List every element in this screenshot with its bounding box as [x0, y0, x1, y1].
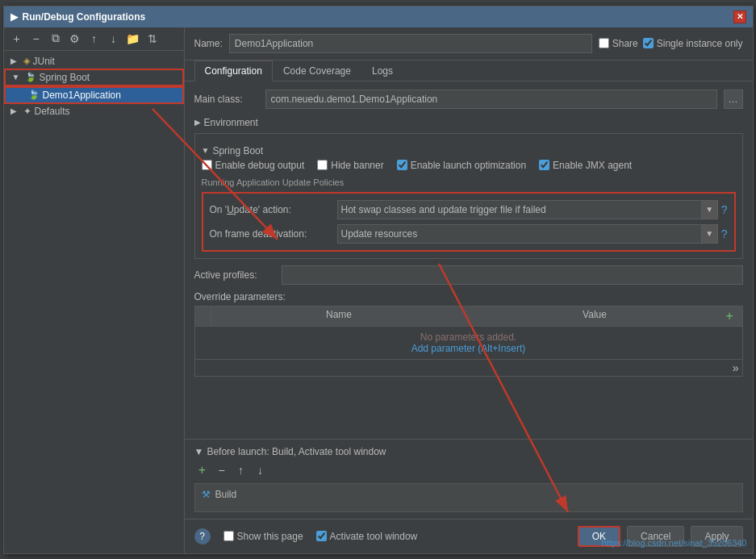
- build-item: ⚒ Build: [202, 487, 736, 502]
- tree-item-junit[interactable]: ▶ ◈ JUnit: [4, 54, 184, 69]
- frame-deactivation-help-icon[interactable]: ?: [721, 227, 728, 240]
- environment-section: ▶ Environment: [194, 115, 743, 130]
- policies-box: On 'Update' action: Hot swap classes and…: [202, 192, 736, 252]
- right-panel: Name: Share Single instance only: [185, 27, 753, 553]
- add-config-button[interactable]: +: [9, 31, 25, 47]
- before-launch-remove-button[interactable]: −: [214, 462, 230, 478]
- sort-button[interactable]: ⇅: [144, 31, 161, 47]
- show-page-checkbox[interactable]: [223, 531, 234, 541]
- single-instance-checkbox-row: Single instance only: [643, 38, 743, 49]
- name-input[interactable]: [229, 34, 592, 53]
- profiles-input[interactable]: [282, 265, 743, 285]
- spring-options-row: Enable debug output Hide banner Enable l…: [202, 160, 736, 171]
- name-row: Name: Share Single instance only: [185, 27, 753, 60]
- show-page-label: Show this page: [237, 531, 303, 542]
- before-launch-list: ⚒ Build: [194, 483, 743, 512]
- hide-banner-label: Hide banner: [331, 160, 383, 171]
- launch-opt-checkbox[interactable]: [397, 160, 407, 170]
- frame-deactivation-row: On frame deactivation: Update resources …: [210, 224, 728, 244]
- environment-header[interactable]: ▶ Environment: [194, 115, 743, 130]
- jmx-agent-label: Enable JMX agent: [553, 160, 632, 171]
- build-icon: ⚒: [202, 489, 211, 500]
- activate-window-label: Activate tool window: [330, 531, 418, 542]
- left-toolbar: + − ⧉ ⚙ ↑ ↓ 📁 ⇅: [4, 27, 184, 51]
- params-footer: »: [195, 359, 742, 376]
- update-action-select-wrap: Hot swap classes and update trigger file…: [337, 200, 728, 219]
- before-launch-toolbar: + − ↑ ↓: [194, 462, 743, 478]
- tree-item-defaults[interactable]: ▶ ✦ Defaults: [4, 104, 184, 119]
- before-launch-down-button[interactable]: ↓: [253, 462, 269, 478]
- update-action-help-icon[interactable]: ?: [721, 203, 728, 216]
- left-panel: + − ⧉ ⚙ ↑ ↓ 📁 ⇅ ▶ ◈ JUnit ▼: [4, 27, 185, 553]
- move-up-button[interactable]: ↑: [86, 31, 102, 47]
- close-button[interactable]: ✕: [733, 10, 746, 23]
- frame-deactivation-dropdown-arrow[interactable]: ▼: [701, 225, 717, 243]
- params-header: Name Value +: [195, 307, 742, 327]
- profiles-row: Active profiles:: [194, 265, 743, 285]
- params-expand-icon[interactable]: »: [733, 361, 739, 374]
- override-section: Override parameters: Name Value +: [194, 291, 743, 377]
- launch-opt-label: Enable launch optimization: [411, 160, 526, 171]
- dialog-title: Run/Debug Configurations: [23, 11, 146, 23]
- name-label: Name:: [194, 38, 223, 49]
- frame-deactivation-select[interactable]: Update resources: [338, 228, 701, 240]
- single-instance-label: Single instance only: [657, 38, 743, 49]
- single-instance-checkbox[interactable]: [643, 38, 654, 48]
- hide-banner-checkbox[interactable]: [317, 160, 328, 170]
- policies-section: Running Application Update Policies On '…: [202, 177, 736, 252]
- add-param-plus-icon[interactable]: +: [726, 309, 733, 323]
- debug-output-checkbox[interactable]: [202, 160, 212, 170]
- config-content: Main class: … ▶ Environment: [185, 81, 753, 439]
- spring-boot-label: Spring Boot: [40, 72, 90, 83]
- share-checkbox[interactable]: [599, 38, 609, 48]
- tree-item-demo1app[interactable]: 🍃 Demo1Application: [4, 86, 184, 104]
- frame-deactivation-select-wrap: Update resources ▼ ?: [337, 224, 728, 244]
- before-launch-section: ▼ Before launch: Build, Activate tool wi…: [185, 439, 753, 519]
- jmx-agent-checkbox[interactable]: [539, 160, 549, 170]
- main-class-input[interactable]: [265, 90, 717, 109]
- environment-arrow-icon: ▶: [194, 118, 201, 127]
- share-label: Share: [612, 38, 638, 49]
- tab-configuration[interactable]: Configuration: [194, 60, 273, 81]
- remove-config-button[interactable]: −: [28, 31, 44, 47]
- bottom-checkboxes: Show this page Activate tool window: [223, 531, 565, 542]
- params-name-col: Name: [211, 307, 467, 326]
- tabs-bar: Configuration Code Coverage Logs: [185, 60, 753, 81]
- hide-banner-checkbox-row: Hide banner: [317, 160, 383, 171]
- before-launch-up-button[interactable]: ↑: [233, 462, 249, 478]
- params-table: Name Value + No parameters added. Add pa…: [194, 306, 743, 377]
- params-checkbox-col: [195, 307, 211, 326]
- tab-code-coverage[interactable]: Code Coverage: [273, 60, 361, 81]
- jmx-agent-checkbox-row: Enable JMX agent: [539, 160, 632, 171]
- tree-item-spring-boot[interactable]: ▼ 🍃 Spring Boot: [4, 69, 184, 86]
- move-down-button[interactable]: ↓: [106, 31, 122, 47]
- before-launch-add-button[interactable]: +: [194, 462, 211, 478]
- policies-label: Running Application Update Policies: [202, 177, 736, 187]
- environment-label: Environment: [204, 117, 258, 128]
- activate-window-checkbox[interactable]: [316, 531, 327, 541]
- show-page-checkbox-row: Show this page: [223, 531, 303, 542]
- profiles-label: Active profiles:: [194, 269, 275, 281]
- update-action-dropdown-arrow[interactable]: ▼: [701, 201, 717, 219]
- params-body: No parameters added. Add parameter (Alt+…: [195, 327, 742, 359]
- help-button[interactable]: ?: [194, 528, 211, 544]
- spring-boot-section-label: Spring Boot: [212, 145, 263, 156]
- update-action-select[interactable]: Hot swap classes and update trigger file…: [338, 204, 701, 215]
- update-action-label: On 'Update' action:: [210, 204, 331, 215]
- before-launch-arrow-icon: ▼: [194, 446, 204, 457]
- main-class-browse-button[interactable]: …: [724, 90, 743, 109]
- copy-config-button[interactable]: ⧉: [48, 31, 64, 47]
- spring-boot-section-header[interactable]: ▼ Spring Boot: [202, 145, 736, 156]
- launch-opt-checkbox-row: Enable launch optimization: [397, 160, 526, 171]
- update-action-select-container: Hot swap classes and update trigger file…: [337, 200, 718, 219]
- tab-logs[interactable]: Logs: [361, 60, 403, 81]
- spring-boot-arrow-icon: ▼: [202, 146, 210, 155]
- folder-button[interactable]: 📁: [125, 31, 141, 47]
- frame-deactivation-select-container: Update resources ▼: [337, 224, 718, 244]
- junit-icon: ◈: [23, 56, 30, 66]
- add-param-link[interactable]: Add parameter (Alt+Insert): [411, 343, 526, 354]
- params-add-header-btn[interactable]: +: [723, 307, 742, 326]
- title-bar: ▶ Run/Debug Configurations ✕: [4, 6, 753, 27]
- debug-output-checkbox-row: Enable debug output: [202, 160, 305, 171]
- config-options-button[interactable]: ⚙: [67, 31, 83, 47]
